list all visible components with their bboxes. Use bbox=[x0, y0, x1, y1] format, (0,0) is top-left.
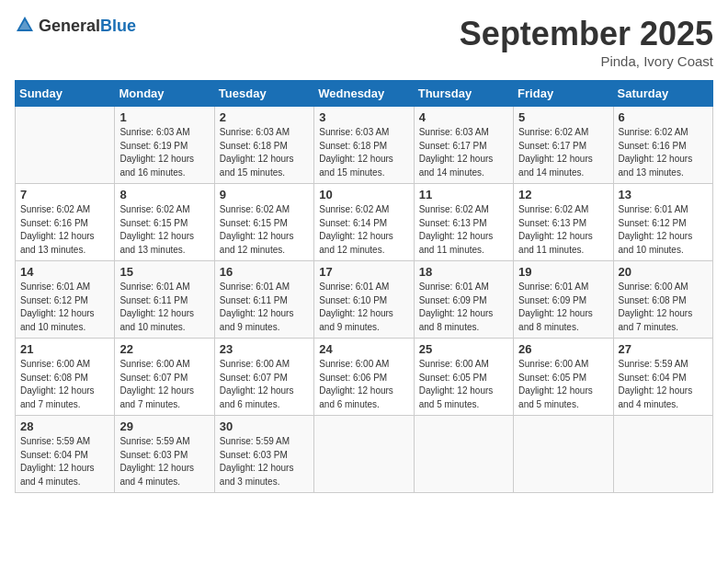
day-info: Sunrise: 5:59 AMSunset: 6:03 PMDaylight:… bbox=[119, 435, 209, 488]
day-number: 20 bbox=[619, 265, 708, 279]
day-number: 16 bbox=[220, 265, 309, 279]
location-text: Pinda, Ivory Coast bbox=[460, 53, 713, 69]
day-info: Sunrise: 6:00 AMSunset: 6:07 PMDaylight:… bbox=[119, 358, 209, 411]
day-number: 3 bbox=[319, 110, 408, 124]
calendar-cell: 24Sunrise: 6:00 AMSunset: 6:06 PMDayligh… bbox=[314, 339, 414, 416]
weekday-header: Tuesday bbox=[214, 81, 313, 107]
day-number: 14 bbox=[20, 265, 109, 279]
day-number: 6 bbox=[619, 110, 708, 124]
day-info: Sunrise: 6:02 AMSunset: 6:17 PMDaylight:… bbox=[518, 126, 608, 179]
day-info: Sunrise: 5:59 AMSunset: 6:04 PMDaylight:… bbox=[619, 358, 708, 411]
logo-general-text: General bbox=[39, 17, 100, 35]
logo: GeneralBlue bbox=[15, 15, 136, 37]
day-info: Sunrise: 6:01 AMSunset: 6:11 PMDaylight:… bbox=[220, 281, 309, 334]
calendar-cell: 8Sunrise: 6:02 AMSunset: 6:15 PMDaylight… bbox=[115, 184, 214, 261]
logo-blue-text: Blue bbox=[100, 17, 136, 35]
calendar-cell: 2Sunrise: 6:03 AMSunset: 6:18 PMDaylight… bbox=[214, 107, 313, 184]
calendar-cell: 18Sunrise: 6:01 AMSunset: 6:09 PMDayligh… bbox=[414, 261, 513, 339]
day-info: Sunrise: 6:01 AMSunset: 6:09 PMDaylight:… bbox=[419, 281, 508, 334]
day-number: 24 bbox=[319, 342, 408, 356]
day-info: Sunrise: 6:02 AMSunset: 6:15 PMDaylight:… bbox=[119, 203, 209, 257]
calendar-cell bbox=[16, 107, 115, 184]
calendar-cell: 21Sunrise: 6:00 AMSunset: 6:08 PMDayligh… bbox=[16, 339, 115, 416]
calendar-cell: 23Sunrise: 6:00 AMSunset: 6:07 PMDayligh… bbox=[214, 339, 313, 416]
calendar-cell: 20Sunrise: 6:00 AMSunset: 6:08 PMDayligh… bbox=[613, 261, 712, 339]
calendar-table: SundayMondayTuesdayWednesdayThursdayFrid… bbox=[15, 80, 713, 493]
day-number: 11 bbox=[419, 188, 508, 201]
calendar-cell: 13Sunrise: 6:01 AMSunset: 6:12 PMDayligh… bbox=[613, 184, 712, 261]
day-info: Sunrise: 6:01 AMSunset: 6:09 PMDaylight:… bbox=[518, 281, 608, 334]
day-number: 5 bbox=[518, 110, 608, 124]
calendar-cell bbox=[514, 416, 613, 493]
calendar-cell bbox=[613, 416, 712, 493]
day-number: 30 bbox=[220, 419, 309, 433]
day-number: 15 bbox=[119, 265, 209, 279]
day-info: Sunrise: 6:02 AMSunset: 6:13 PMDaylight:… bbox=[419, 203, 508, 257]
calendar-cell: 25Sunrise: 6:00 AMSunset: 6:05 PMDayligh… bbox=[414, 339, 513, 416]
day-info: Sunrise: 6:03 AMSunset: 6:17 PMDaylight:… bbox=[419, 126, 508, 179]
calendar-cell: 5Sunrise: 6:02 AMSunset: 6:17 PMDaylight… bbox=[514, 107, 613, 184]
day-info: Sunrise: 6:00 AMSunset: 6:05 PMDaylight:… bbox=[419, 358, 508, 411]
calendar-cell: 28Sunrise: 5:59 AMSunset: 6:04 PMDayligh… bbox=[16, 416, 115, 493]
calendar-week-row: 28Sunrise: 5:59 AMSunset: 6:04 PMDayligh… bbox=[16, 416, 713, 493]
weekday-header: Wednesday bbox=[314, 81, 414, 107]
day-info: Sunrise: 6:03 AMSunset: 6:18 PMDaylight:… bbox=[319, 126, 408, 179]
logo-icon bbox=[15, 15, 35, 35]
calendar-week-row: 14Sunrise: 6:01 AMSunset: 6:12 PMDayligh… bbox=[16, 261, 713, 339]
day-number: 21 bbox=[20, 342, 109, 356]
day-number: 28 bbox=[20, 419, 109, 433]
day-number: 1 bbox=[119, 110, 209, 124]
calendar-cell: 16Sunrise: 6:01 AMSunset: 6:11 PMDayligh… bbox=[214, 261, 313, 339]
day-number: 22 bbox=[119, 342, 209, 356]
day-number: 19 bbox=[518, 265, 608, 279]
day-info: Sunrise: 5:59 AMSunset: 6:03 PMDaylight:… bbox=[220, 435, 309, 488]
calendar-cell: 29Sunrise: 5:59 AMSunset: 6:03 PMDayligh… bbox=[115, 416, 214, 493]
day-info: Sunrise: 6:01 AMSunset: 6:11 PMDaylight:… bbox=[119, 281, 209, 334]
day-number: 13 bbox=[619, 188, 708, 201]
day-info: Sunrise: 6:01 AMSunset: 6:12 PMDaylight:… bbox=[20, 281, 109, 334]
day-number: 26 bbox=[518, 342, 608, 356]
calendar-cell: 9Sunrise: 6:02 AMSunset: 6:15 PMDaylight… bbox=[214, 184, 313, 261]
day-number: 18 bbox=[419, 265, 508, 279]
calendar-cell: 12Sunrise: 6:02 AMSunset: 6:13 PMDayligh… bbox=[514, 184, 613, 261]
calendar-cell: 3Sunrise: 6:03 AMSunset: 6:18 PMDaylight… bbox=[314, 107, 414, 184]
day-info: Sunrise: 6:03 AMSunset: 6:18 PMDaylight:… bbox=[220, 126, 309, 179]
calendar-week-row: 1Sunrise: 6:03 AMSunset: 6:19 PMDaylight… bbox=[16, 107, 713, 184]
day-number: 17 bbox=[319, 265, 408, 279]
day-info: Sunrise: 6:03 AMSunset: 6:19 PMDaylight:… bbox=[119, 126, 209, 179]
calendar-cell: 17Sunrise: 6:01 AMSunset: 6:10 PMDayligh… bbox=[314, 261, 414, 339]
day-info: Sunrise: 6:00 AMSunset: 6:05 PMDaylight:… bbox=[518, 358, 608, 411]
weekday-header: Monday bbox=[115, 81, 214, 107]
day-number: 23 bbox=[220, 342, 309, 356]
day-info: Sunrise: 6:02 AMSunset: 6:16 PMDaylight:… bbox=[20, 203, 109, 257]
day-number: 12 bbox=[518, 188, 608, 201]
calendar-cell bbox=[314, 416, 414, 493]
calendar-cell: 11Sunrise: 6:02 AMSunset: 6:13 PMDayligh… bbox=[414, 184, 513, 261]
calendar-cell: 1Sunrise: 6:03 AMSunset: 6:19 PMDaylight… bbox=[115, 107, 214, 184]
calendar-cell: 10Sunrise: 6:02 AMSunset: 6:14 PMDayligh… bbox=[314, 184, 414, 261]
day-number: 8 bbox=[119, 188, 209, 201]
day-info: Sunrise: 6:02 AMSunset: 6:15 PMDaylight:… bbox=[220, 203, 309, 257]
day-number: 25 bbox=[419, 342, 508, 356]
calendar-cell: 30Sunrise: 5:59 AMSunset: 6:03 PMDayligh… bbox=[214, 416, 313, 493]
day-info: Sunrise: 6:01 AMSunset: 6:10 PMDaylight:… bbox=[319, 281, 408, 334]
day-info: Sunrise: 6:01 AMSunset: 6:12 PMDaylight:… bbox=[619, 203, 708, 257]
calendar-header-row: SundayMondayTuesdayWednesdayThursdayFrid… bbox=[16, 81, 713, 107]
calendar-cell: 19Sunrise: 6:01 AMSunset: 6:09 PMDayligh… bbox=[514, 261, 613, 339]
day-info: Sunrise: 6:00 AMSunset: 6:08 PMDaylight:… bbox=[619, 281, 708, 334]
day-info: Sunrise: 5:59 AMSunset: 6:04 PMDaylight:… bbox=[20, 435, 109, 488]
page-header: GeneralBlue September 2025 Pinda, Ivory … bbox=[15, 15, 713, 69]
day-number: 4 bbox=[419, 110, 508, 124]
day-info: Sunrise: 6:00 AMSunset: 6:08 PMDaylight:… bbox=[20, 358, 109, 411]
day-number: 9 bbox=[220, 188, 309, 201]
title-block: September 2025 Pinda, Ivory Coast bbox=[460, 15, 713, 69]
day-info: Sunrise: 6:00 AMSunset: 6:06 PMDaylight:… bbox=[319, 358, 408, 411]
day-number: 10 bbox=[319, 188, 408, 201]
month-title: September 2025 bbox=[460, 15, 713, 53]
calendar-cell: 15Sunrise: 6:01 AMSunset: 6:11 PMDayligh… bbox=[115, 261, 214, 339]
calendar-week-row: 21Sunrise: 6:00 AMSunset: 6:08 PMDayligh… bbox=[16, 339, 713, 416]
day-number: 2 bbox=[220, 110, 309, 124]
calendar-cell: 26Sunrise: 6:00 AMSunset: 6:05 PMDayligh… bbox=[514, 339, 613, 416]
day-info: Sunrise: 6:02 AMSunset: 6:14 PMDaylight:… bbox=[319, 203, 408, 257]
calendar-cell bbox=[414, 416, 513, 493]
